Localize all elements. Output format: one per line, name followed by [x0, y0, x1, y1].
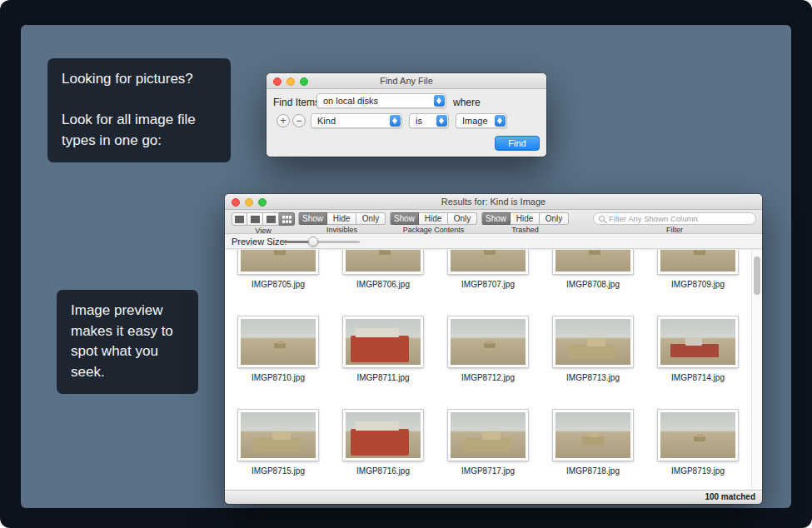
- presentation-canvas: Looking for pictures? Look for all image…: [0, 0, 812, 528]
- view-list-button[interactable]: [232, 212, 247, 226]
- trashed-buttons: Show Hide Only: [481, 212, 569, 225]
- thumbnail: [238, 410, 318, 461]
- invisibles-group: Show Hide Only Invisibles: [298, 212, 386, 234]
- package-show-button[interactable]: Show: [390, 212, 419, 225]
- callout-pictures: Looking for pictures? Look for all image…: [47, 58, 231, 162]
- list-dense-icon: [267, 216, 276, 223]
- file-name: IMGP8713.jpg: [566, 373, 620, 382]
- thumbnail-photo: [555, 250, 630, 271]
- view-dense-button[interactable]: [263, 212, 279, 226]
- find-window-body: Find Items on local disks where + − Kind…: [267, 89, 546, 157]
- preview-size-thumb[interactable]: [308, 237, 318, 247]
- thumbnail-photo: [555, 319, 630, 365]
- filter-field[interactable]: [593, 212, 756, 225]
- thumbnail: [448, 250, 528, 274]
- file-item[interactable]: IMGP8710.jpg: [226, 316, 331, 410]
- trashed-group: Show Hide Only Trashed: [481, 212, 569, 234]
- invisibles-only-button[interactable]: Only: [356, 212, 386, 225]
- operator-value: is: [416, 116, 422, 126]
- invisibles-show-button[interactable]: Show: [298, 212, 327, 225]
- trashed-show-button[interactable]: Show: [481, 212, 511, 225]
- photo-shape: [592, 250, 598, 251]
- photo-shape: [697, 250, 703, 251]
- file-item[interactable]: IMGP8715.jpg: [226, 410, 331, 490]
- grid-icon: [282, 216, 291, 223]
- attribute-popup[interactable]: Kind: [311, 113, 402, 128]
- invisibles-hide-button[interactable]: Hide: [327, 212, 356, 225]
- thumbnail: [448, 410, 528, 461]
- filter-group: Filter: [593, 212, 756, 234]
- file-item[interactable]: IMGP8719.jpg: [645, 410, 750, 490]
- package-hide-button[interactable]: Hide: [419, 212, 448, 225]
- thumbnail-photo: [241, 412, 316, 458]
- file-item[interactable]: IMGP8709.jpg: [645, 250, 750, 316]
- trashed-hide-button[interactable]: Hide: [511, 212, 540, 225]
- scope-value: on local disks: [323, 96, 378, 106]
- file-name: IMGP8715.jpg: [252, 466, 305, 476]
- file-item[interactable]: IMGP8717.jpg: [436, 410, 541, 490]
- match-count: 100 matched: [705, 492, 755, 501]
- find-button[interactable]: Find: [495, 136, 540, 151]
- scrollbar-thumb[interactable]: [754, 257, 760, 295]
- popup-arrows-icon: [390, 115, 401, 127]
- file-name: IMGP8717.jpg: [461, 466, 515, 476]
- file-name: IMGP8712.jpg: [461, 373, 515, 382]
- file-item[interactable]: IMGP8718.jpg: [541, 410, 645, 490]
- filter-label: Filter: [666, 226, 683, 234]
- thumbnail-photo: [660, 412, 735, 458]
- thumbnail: [553, 410, 633, 461]
- file-name: IMGP8711.jpg: [356, 373, 409, 382]
- slider-track: [283, 241, 360, 243]
- add-rule-button[interactable]: +: [276, 114, 290, 127]
- find-window-title: Find Any File: [267, 76, 546, 86]
- trashed-label: Trashed: [511, 226, 539, 234]
- thumbnail: [343, 316, 423, 367]
- popup-arrows-icon: [434, 95, 445, 107]
- results-window-titlebar[interactable]: Results for: Kind is Image: [225, 194, 762, 210]
- find-window-titlebar[interactable]: Find Any File: [267, 73, 546, 89]
- results-content: IMGP8705.jpg IMGP8706.jpg IMGP8707.jpg I…: [225, 250, 762, 490]
- file-item[interactable]: IMGP8708.jpg: [541, 250, 645, 316]
- file-item[interactable]: IMGP8707.jpg: [436, 250, 541, 316]
- filter-input[interactable]: [594, 213, 755, 224]
- find-any-file-window: Find Any File Find Items on local disks …: [267, 73, 546, 157]
- invisibles-buttons: Show Hide Only: [298, 212, 386, 225]
- preview-size-slider[interactable]: [283, 234, 360, 249]
- photo-shape: [351, 429, 409, 456]
- photo-shape: [582, 436, 604, 445]
- value-popup[interactable]: Image: [456, 113, 507, 128]
- thumbnail: [238, 316, 318, 367]
- thumbnail: [238, 250, 318, 274]
- file-item[interactable]: IMGP8712.jpg: [436, 316, 541, 410]
- file-item[interactable]: IMGP8706.jpg: [331, 250, 436, 316]
- scope-popup[interactable]: on local disks: [316, 93, 446, 108]
- file-item[interactable]: IMGP8714.jpg: [645, 316, 750, 410]
- trashed-only-button[interactable]: Only: [540, 212, 569, 225]
- photo-shape: [569, 345, 615, 359]
- view-grid-button[interactable]: [279, 212, 295, 226]
- file-item[interactable]: IMGP8713.jpg: [541, 316, 645, 410]
- file-item[interactable]: IMGP8711.jpg: [331, 316, 436, 410]
- slide-background: Looking for pictures? Look for all image…: [21, 25, 791, 508]
- operator-popup[interactable]: is: [409, 113, 449, 128]
- photo-shape: [356, 421, 399, 431]
- popup-arrows-icon: [495, 115, 506, 127]
- status-bar: 100 matched: [225, 490, 762, 504]
- preview-size-row: Preview Size:: [225, 234, 762, 249]
- where-label: where: [453, 97, 481, 108]
- remove-rule-button[interactable]: −: [292, 114, 306, 127]
- file-name: IMGP8706.jpg: [356, 280, 410, 289]
- callout-preview: Image preview makes it easy to spot what…: [57, 290, 198, 394]
- list-icon: [235, 216, 244, 223]
- thumbnail-photo: [660, 250, 735, 271]
- view-detail-button[interactable]: [247, 212, 263, 226]
- file-name: IMGP8705.jpg: [252, 280, 305, 289]
- file-item[interactable]: IMGP8716.jpg: [331, 410, 436, 490]
- file-name: IMGP8709.jpg: [671, 280, 725, 289]
- vertical-scrollbar[interactable]: [751, 250, 762, 490]
- package-only-button[interactable]: Only: [448, 212, 477, 225]
- photo-shape: [272, 431, 291, 440]
- file-item[interactable]: IMGP8705.jpg: [226, 250, 331, 316]
- file-name: IMGP8719.jpg: [671, 466, 725, 476]
- thumbnail-photo: [451, 250, 526, 271]
